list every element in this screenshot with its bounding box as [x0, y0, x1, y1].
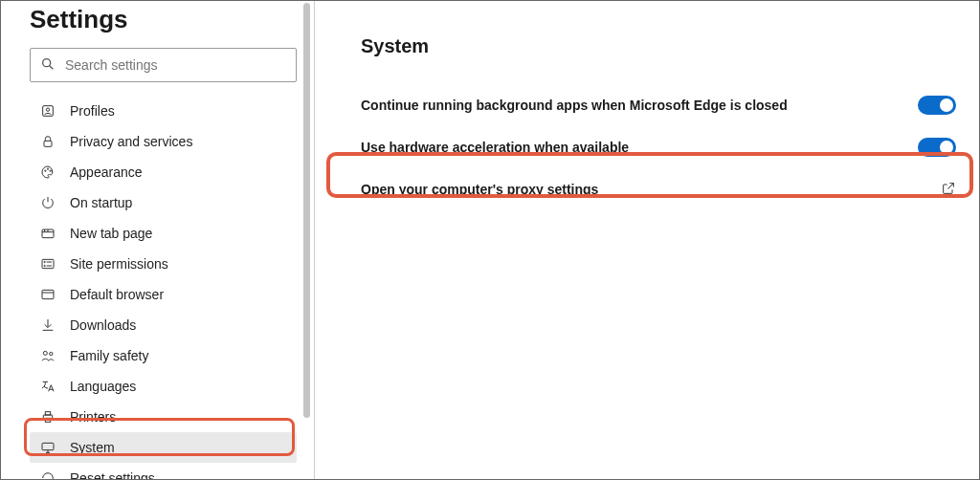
page-title: Settings: [30, 5, 297, 34]
sidebar-item-label: New tab page: [70, 226, 152, 241]
sidebar-item-label: Family safety: [70, 348, 148, 363]
sidebar-item-label: System: [70, 440, 115, 455]
setting-row-hardware-accel: Use hardware acceleration when available: [361, 126, 956, 168]
languages-icon: [39, 379, 56, 394]
setting-label: Continue running background apps when Mi…: [361, 98, 788, 113]
svg-rect-12: [42, 259, 54, 268]
sidebar-item-privacy[interactable]: Privacy and services: [30, 126, 297, 157]
svg-rect-4: [44, 141, 52, 146]
sidebar-item-languages[interactable]: Languages: [30, 371, 297, 402]
browser-icon: [39, 287, 56, 302]
svg-point-13: [44, 261, 45, 262]
svg-point-7: [50, 170, 51, 171]
svg-line-1: [50, 65, 54, 69]
sidebar-item-label: Profiles: [70, 103, 115, 119]
power-icon: [39, 195, 56, 210]
sidebar-item-label: Appearance: [70, 164, 143, 180]
sidebar-item-profiles[interactable]: Profiles: [30, 96, 297, 126]
search-icon: [40, 56, 56, 75]
sidebar-item-label: Site permissions: [70, 256, 168, 272]
svg-rect-22: [45, 412, 50, 415]
scrollbar[interactable]: [303, 3, 310, 418]
svg-point-5: [45, 170, 46, 171]
profiles-icon: [39, 103, 56, 119]
toggle-background-apps[interactable]: [918, 96, 956, 115]
appearance-icon: [39, 164, 56, 180]
sidebar-item-printers[interactable]: Printers: [30, 402, 297, 432]
svg-point-19: [43, 351, 47, 355]
family-icon: [39, 348, 56, 363]
setting-label: Use hardware acceleration when available: [361, 140, 629, 155]
sidebar-item-appearance[interactable]: Appearance: [30, 157, 297, 187]
external-link-icon: [941, 181, 956, 199]
sidebar-item-label: Downloads: [70, 317, 136, 333]
toggle-hardware-accel[interactable]: [918, 138, 956, 157]
sidebar-item-system[interactable]: System: [30, 432, 297, 463]
sidebar-item-permissions[interactable]: Site permissions: [30, 249, 297, 279]
svg-point-0: [43, 58, 51, 66]
sidebar-item-label: Printers: [70, 409, 116, 425]
sidebar-item-downloads[interactable]: Downloads: [30, 310, 297, 340]
svg-rect-24: [42, 443, 54, 449]
system-icon: [39, 440, 56, 455]
search-input[interactable]: [65, 57, 286, 73]
svg-rect-21: [43, 415, 52, 420]
setting-label: Open your computer's proxy settings: [361, 182, 598, 197]
sidebar-item-default-browser[interactable]: Default browser: [30, 279, 297, 310]
sidebar-item-newtab[interactable]: New tab page: [30, 218, 297, 249]
main-heading: System: [361, 35, 956, 57]
sidebar-item-label: On startup: [70, 195, 132, 210]
reset-icon: [39, 470, 56, 480]
sidebar-item-label: Privacy and services: [70, 134, 192, 149]
sidebar-item-label: Default browser: [70, 287, 164, 302]
sidebar-item-label: Languages: [70, 379, 136, 394]
sidebar: Settings Profiles Privacy and services A…: [1, 1, 315, 479]
sidebar-item-family[interactable]: Family safety: [30, 340, 297, 371]
download-icon: [39, 317, 56, 333]
lock-icon: [39, 134, 56, 149]
sidebar-item-startup[interactable]: On startup: [30, 187, 297, 218]
setting-row-proxy[interactable]: Open your computer's proxy settings: [361, 168, 956, 210]
new-tab-icon: [39, 226, 56, 241]
svg-point-14: [44, 265, 45, 266]
svg-point-6: [47, 168, 48, 169]
main-content: System Continue running background apps …: [315, 1, 979, 479]
search-input-wrap[interactable]: [30, 48, 297, 82]
printers-icon: [39, 409, 56, 425]
permissions-icon: [39, 256, 56, 272]
sidebar-nav: Profiles Privacy and services Appearance…: [30, 96, 297, 480]
sidebar-item-label: Reset settings: [70, 470, 155, 480]
setting-row-background-apps: Continue running background apps when Mi…: [361, 84, 956, 126]
svg-point-20: [50, 352, 53, 355]
sidebar-item-reset[interactable]: Reset settings: [30, 463, 297, 480]
svg-point-3: [46, 108, 49, 111]
svg-rect-17: [42, 290, 54, 298]
